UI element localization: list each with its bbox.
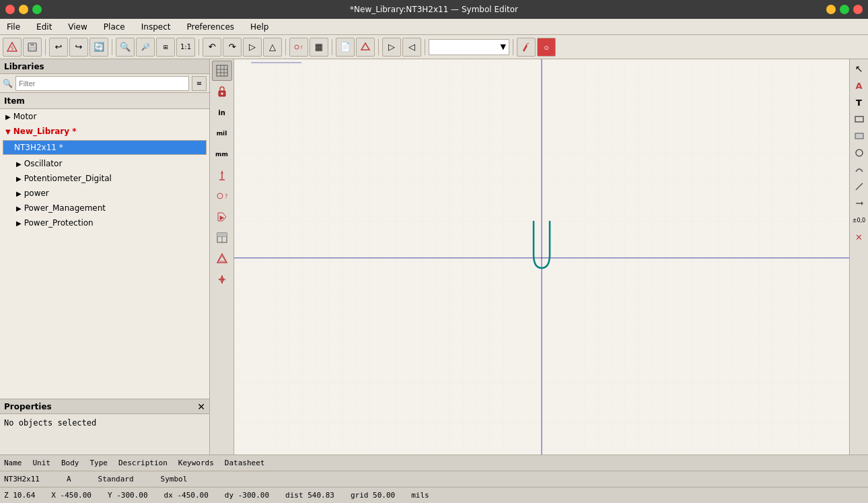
- pin-dir-tool-button[interactable]: [851, 195, 867, 211]
- symbol-button[interactable]: [356, 38, 375, 57]
- svg-marker-7: [361, 43, 369, 50]
- svg-text:▶: ▶: [219, 214, 224, 221]
- grid-tool-button[interactable]: [212, 61, 232, 81]
- units-mil-button[interactable]: mil: [212, 123, 232, 143]
- arrow-icon: ▶: [16, 205, 22, 212]
- lib-item-motor[interactable]: ▶ Motor: [0, 109, 209, 124]
- menu-file[interactable]: File: [4, 21, 23, 33]
- unit-value: A: [67, 475, 71, 483]
- delete-tool-button[interactable]: ✕: [851, 229, 867, 245]
- units-in-button[interactable]: in: [212, 102, 232, 123]
- sep8: [513, 39, 513, 55]
- undo-button[interactable]: ↩: [49, 38, 68, 57]
- svg-rect-3: [30, 43, 34, 46]
- arrow-icon: ▼: [5, 128, 11, 135]
- svg-point-17: [221, 93, 223, 95]
- units-mm-button[interactable]: mm: [212, 144, 232, 164]
- rect-tool-button[interactable]: [851, 128, 867, 144]
- toolbar: S ↩ ↪ 🔄 🔍 🔎 ⊞ 1:1 ↶ ↷ ▷ △ ? ▦ 📄 ▷ ◁ ▼ ⊙: [0, 35, 868, 59]
- select-tool-button[interactable]: ↖: [851, 61, 867, 77]
- menu-preferences[interactable]: Preferences: [184, 21, 237, 33]
- properties-content: No objects selected: [0, 414, 209, 455]
- run-forward-button[interactable]: ▷: [382, 38, 401, 57]
- lib-item-potentiometer[interactable]: ▶ Potentiometer_Digital: [0, 171, 209, 186]
- snap-tool-button[interactable]: [212, 165, 232, 185]
- circle-tool-button[interactable]: [851, 145, 867, 161]
- pin-tool-button[interactable]: ?: [212, 186, 232, 206]
- sep2: [112, 39, 112, 55]
- line-tool-button[interactable]: [851, 178, 867, 195]
- menu-inspect[interactable]: Inspect: [139, 21, 174, 33]
- lib-item-power-protection[interactable]: ▶ Power_Protection: [0, 215, 209, 230]
- properties-panel: Properties ✕ No objects selected: [0, 399, 209, 455]
- lock-tool-button[interactable]: [212, 81, 232, 102]
- menubar: File Edit View Place Inspect Preferences…: [0, 19, 868, 35]
- y-status: Y -300.00: [108, 491, 148, 500]
- redo-button[interactable]: ↪: [69, 38, 88, 57]
- close-button[interactable]: [5, 5, 15, 14]
- mirror-v-button[interactable]: △: [263, 38, 282, 57]
- net-dropdown[interactable]: ▼: [429, 39, 509, 55]
- lib-item-oscillator[interactable]: ▶ Oscillator: [0, 156, 209, 171]
- new-doc-button[interactable]: 📄: [336, 38, 355, 57]
- lib-item-power-management[interactable]: ▶ Power_Management: [0, 201, 209, 215]
- lib-item-power[interactable]: ▶ power: [0, 186, 209, 201]
- svg-rect-4: [30, 47, 35, 51]
- add-pin-button[interactable]: ▶: [212, 207, 232, 227]
- svg-rect-37: [855, 116, 863, 122]
- table-button[interactable]: ▦: [310, 38, 328, 57]
- name-value: NT3H2x11: [4, 475, 40, 483]
- type-col-label: Type: [90, 459, 108, 467]
- add-symbol-button[interactable]: [212, 248, 232, 269]
- refresh-button[interactable]: 🔄: [89, 38, 108, 57]
- sep5: [332, 39, 332, 55]
- zoom-in-button[interactable]: 🔍: [116, 38, 135, 57]
- svg-text:?: ?: [300, 45, 303, 51]
- edit-button[interactable]: [517, 38, 536, 57]
- zoom-fit-button[interactable]: ⊞: [156, 38, 175, 57]
- svg-text:S: S: [11, 46, 14, 51]
- run-back-button[interactable]: ◁: [402, 38, 421, 57]
- zoom-100-button[interactable]: 1:1: [176, 38, 195, 57]
- filter-input[interactable]: [15, 76, 189, 91]
- type-value: Symbol: [161, 475, 188, 483]
- rotate-cw-button[interactable]: ↷: [223, 38, 242, 57]
- datasheet-col-label: Datasheet: [225, 459, 265, 467]
- properties-header: Properties ✕: [0, 399, 209, 414]
- minimize-button[interactable]: [19, 5, 28, 14]
- close-props-button[interactable]: ✕: [197, 401, 205, 412]
- filter-options-button[interactable]: ≡: [192, 76, 207, 91]
- dy-status: dy -300.00: [225, 491, 269, 500]
- add-table-button[interactable]: [212, 228, 232, 248]
- menu-edit[interactable]: Edit: [34, 21, 55, 33]
- pin-button[interactable]: ⊙: [537, 38, 556, 57]
- window-controls[interactable]: [5, 5, 42, 14]
- rotate-ccw-button[interactable]: ↶: [203, 38, 221, 57]
- library-list: ▶ Motor ▼ New_Library * NT3H2x11 * ▶ Osc…: [0, 109, 209, 399]
- canvas-area[interactable]: [234, 59, 849, 455]
- item-header: Item: [0, 93, 209, 109]
- lib-item-new-library[interactable]: ▼ New_Library *: [0, 124, 209, 139]
- new-symbol-button[interactable]: S: [3, 38, 22, 57]
- edit-pin-button[interactable]: ?: [289, 38, 308, 57]
- zoom-out-button[interactable]: 🔎: [136, 38, 155, 57]
- x-status: X -450.00: [51, 491, 92, 500]
- menu-view[interactable]: View: [65, 21, 89, 33]
- units-status: mils: [411, 491, 429, 500]
- save-button[interactable]: [23, 38, 42, 57]
- mirror-h-button[interactable]: ▷: [243, 38, 262, 57]
- text-t-tool-button[interactable]: T: [851, 94, 867, 110]
- menu-help[interactable]: Help: [248, 21, 271, 33]
- text-a-tool-button[interactable]: A: [851, 77, 867, 94]
- arc-tool-button[interactable]: [851, 162, 867, 178]
- r2: [840, 5, 849, 14]
- coord-tool-button[interactable]: ±0,0: [851, 212, 867, 228]
- lib-item-nt3h2x11[interactable]: NT3H2x11 *: [3, 140, 207, 155]
- status-bar: Z 10.64 X -450.00 Y -300.00 dx -450.00 d…: [0, 487, 868, 503]
- left-sidebar: Libraries 🔍 ≡ Item ▶ Motor ▼ New_Library…: [0, 59, 210, 455]
- maximize-button[interactable]: [32, 5, 42, 14]
- rect-outline-tool-button[interactable]: [851, 111, 867, 127]
- svg-marker-42: [861, 201, 863, 205]
- menu-place[interactable]: Place: [101, 21, 128, 33]
- properties-tool-button[interactable]: [212, 269, 232, 290]
